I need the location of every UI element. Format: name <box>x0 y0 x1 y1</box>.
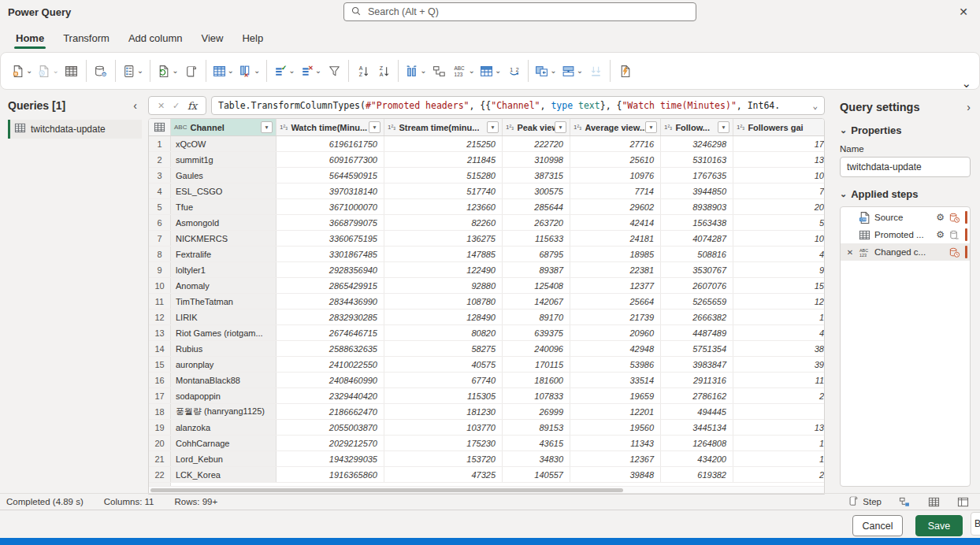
channel-cell[interactable]: Tfue <box>171 199 277 214</box>
sort-descending-button[interactable]: ZA <box>373 58 394 83</box>
applied-steps-section-header[interactable]: ⌄ Applied steps <box>840 188 971 200</box>
value-cell[interactable]: 2911316 <box>661 373 733 387</box>
channel-cell[interactable]: Fextralife <box>171 247 277 261</box>
value-cell[interactable]: 29602 <box>570 199 661 214</box>
value-cell[interactable]: 20 <box>733 199 825 214</box>
value-cell[interactable]: 3246298 <box>661 136 733 151</box>
row-number[interactable]: 20 <box>149 436 171 450</box>
data-view-button[interactable] <box>928 496 940 508</box>
value-cell[interactable]: 1 <box>733 451 825 466</box>
channel-cell[interactable]: Asmongold <box>171 215 277 230</box>
value-cell[interactable]: 25664 <box>570 294 661 309</box>
value-cell[interactable]: 12201 <box>570 404 661 419</box>
value-cell[interactable]: 19659 <box>570 388 661 403</box>
value-cell[interactable]: 5310163 <box>661 152 733 167</box>
value-cell[interactable]: 2329440420 <box>277 388 384 403</box>
value-cell[interactable]: 3530767 <box>661 262 733 277</box>
value-cell[interactable]: 10 <box>733 168 825 183</box>
applied-step-changed-c-[interactable]: ✕ABC123Changed c... <box>841 243 970 261</box>
value-cell[interactable]: 13 <box>733 152 825 167</box>
cancel-button[interactable]: Cancel <box>852 515 903 536</box>
value-cell[interactable]: 515280 <box>384 168 503 183</box>
value-cell[interactable]: 25610 <box>570 152 661 167</box>
split-column-button[interactable]: ⌄ <box>403 58 429 83</box>
chevron-left-icon[interactable]: ‹ <box>133 99 137 112</box>
value-cell[interactable]: 128490 <box>384 310 503 324</box>
filter-dropdown-icon[interactable]: ▼ <box>555 121 566 133</box>
value-cell[interactable]: 103770 <box>384 420 503 435</box>
value-cell[interactable]: 2410022550 <box>277 357 384 372</box>
row-number[interactable]: 18 <box>149 404 171 419</box>
gear-icon[interactable]: ⚙ <box>936 212 945 223</box>
channel-cell[interactable]: loltyler1 <box>171 262 277 277</box>
value-cell[interactable]: 147885 <box>384 247 503 261</box>
value-cell[interactable]: 4074287 <box>661 231 733 246</box>
delete-step-icon[interactable]: ✕ <box>845 248 855 257</box>
value-cell[interactable]: 80820 <box>384 325 503 340</box>
value-cell[interactable]: 107833 <box>503 388 570 403</box>
channel-cell[interactable]: Anomaly <box>171 278 277 293</box>
value-cell[interactable]: 2408460990 <box>277 373 384 387</box>
channel-cell[interactable]: LCK_Korea <box>171 467 277 482</box>
value-cell[interactable]: 39 <box>733 357 825 372</box>
value-cell[interactable]: 639375 <box>503 325 570 340</box>
query-list-item[interactable]: twitchdata-update <box>8 120 142 139</box>
data-type-button[interactable]: ABC123⌄ <box>450 58 477 83</box>
value-cell[interactable]: 3668799075 <box>277 215 384 230</box>
choose-columns-button[interactable]: ⌄ <box>210 58 236 83</box>
value-cell[interactable]: 2 <box>733 467 825 482</box>
row-number[interactable]: 6 <box>149 215 171 230</box>
value-cell[interactable]: 508816 <box>661 247 733 261</box>
filter-rows-button[interactable] <box>324 58 344 83</box>
value-cell[interactable]: 3983847 <box>661 357 733 372</box>
column-header-stream-time-minu-[interactable]: 1²₃Stream time(minu...▼ <box>384 119 503 135</box>
manage-parameters-button[interactable]: ⌄ <box>120 58 146 83</box>
value-cell[interactable]: 1 <box>733 436 825 450</box>
value-cell[interactable]: 1 <box>733 310 825 324</box>
value-cell[interactable]: 181230 <box>384 404 503 419</box>
value-cell[interactable]: 21739 <box>570 310 661 324</box>
query-name-input[interactable]: twitchdata-update <box>840 157 971 177</box>
value-cell[interactable]: 1767635 <box>661 168 733 183</box>
value-cell[interactable]: 33514 <box>570 373 661 387</box>
value-cell[interactable]: 310998 <box>503 152 570 167</box>
value-cell[interactable]: 89153 <box>503 420 570 435</box>
value-cell[interactable]: 140557 <box>503 467 570 482</box>
use-first-row-as-headers-button[interactable]: ⌄ <box>477 58 503 83</box>
channel-cell[interactable]: LIRIK <box>171 310 277 324</box>
value-cell[interactable]: 27716 <box>570 136 661 151</box>
column-header-watch-time-minu-[interactable]: 1²₃Watch time(Minu...▼ <box>277 119 384 135</box>
row-number[interactable]: 10 <box>149 278 171 293</box>
fx-icon[interactable]: fx <box>187 100 197 112</box>
tab-add-column[interactable]: Add column <box>119 28 192 50</box>
sort-ascending-button[interactable]: AZ <box>353 58 373 83</box>
value-cell[interactable]: 2786162 <box>661 388 733 403</box>
value-cell[interactable]: 4 <box>733 325 825 340</box>
value-cell[interactable]: 3671000070 <box>277 199 384 214</box>
search-input[interactable]: Search (Alt + Q) <box>343 2 696 21</box>
column-header-average-view-[interactable]: 1²₃Average view...▼ <box>570 119 661 135</box>
value-cell[interactable]: 3944850 <box>661 184 733 198</box>
value-cell[interactable]: 136275 <box>384 231 503 246</box>
value-cell[interactable]: 2055003870 <box>277 420 384 435</box>
value-cell[interactable]: 6196161750 <box>277 136 384 151</box>
data-source-settings-button[interactable]: ⚙ <box>91 58 111 83</box>
channel-cell[interactable]: sodapoppin <box>171 388 277 403</box>
value-cell[interactable]: 142067 <box>503 294 570 309</box>
formula-expand-chevron-down-icon[interactable]: ⌄ <box>812 101 818 111</box>
row-number[interactable]: 12 <box>149 310 171 324</box>
value-cell[interactable]: 2674646715 <box>277 325 384 340</box>
row-number[interactable]: 4 <box>149 184 171 198</box>
value-cell[interactable]: 517740 <box>384 184 503 198</box>
tab-view[interactable]: View <box>192 28 233 50</box>
replace-values-button[interactable]: 12 <box>503 58 524 83</box>
value-cell[interactable]: 42414 <box>570 215 661 230</box>
value-cell[interactable]: 9 <box>733 262 825 277</box>
row-number[interactable]: 15 <box>149 357 171 372</box>
value-cell[interactable]: 26999 <box>503 404 570 419</box>
filter-dropdown-icon[interactable]: ▼ <box>718 121 729 133</box>
value-cell[interactable]: 11343 <box>570 436 661 450</box>
append-queries-button[interactable]: ⌄ <box>559 58 585 83</box>
value-cell[interactable]: 7 <box>733 184 825 198</box>
row-number[interactable]: 21 <box>149 451 171 466</box>
